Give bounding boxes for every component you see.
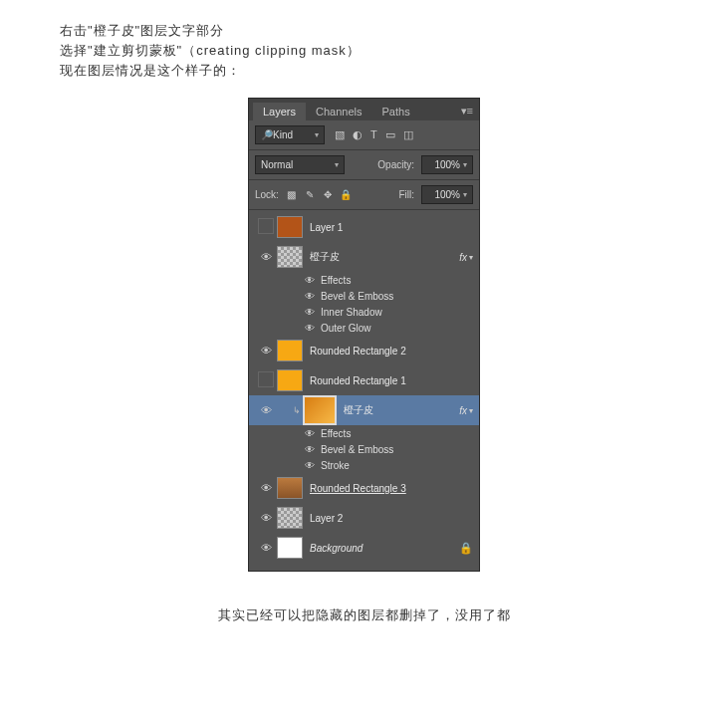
effect-name: Bevel & Emboss (321, 444, 393, 455)
layer-thumbnail[interactable] (277, 507, 303, 529)
visibility-toggle[interactable]: 👁 (255, 482, 277, 494)
layer-thumbnail[interactable] (277, 246, 303, 268)
layer-thumbnail[interactable] (277, 537, 303, 559)
filter-pixel-icon[interactable]: ▧ (335, 128, 345, 141)
layer-name[interactable]: Rounded Rectangle 1 (310, 375, 406, 386)
layer-row[interactable]: 👁橙子皮fx▾ (249, 242, 479, 272)
layer-thumbnail[interactable] (277, 477, 303, 499)
effect-visibility-toggle[interactable]: 👁 (299, 275, 321, 286)
tab-paths[interactable]: Paths (372, 103, 420, 120)
visibility-toggle[interactable]: 👁 (255, 251, 277, 263)
lock-pixels-icon[interactable]: ✎ (304, 189, 316, 200)
tab-layers[interactable]: Layers (253, 103, 306, 120)
outro-text: 其实已经可以把隐藏的图层都删掉了，没用了都 (60, 606, 668, 624)
effect-visibility-toggle[interactable]: 👁 (299, 323, 321, 334)
effect-row[interactable]: 👁Stroke (249, 457, 479, 473)
effect-name: Bevel & Emboss (321, 291, 393, 302)
fill-input[interactable]: 100%▾ (421, 185, 473, 204)
fx-collapse-icon[interactable]: ▾ (469, 253, 473, 262)
effect-row[interactable]: 👁Outer Glow (249, 320, 479, 336)
effect-name: Outer Glow (321, 323, 371, 334)
filter-shape-icon[interactable]: ▭ (385, 128, 395, 141)
effect-row[interactable]: 👁Bevel & Emboss (249, 441, 479, 457)
layer-name[interactable]: 橙子皮 (344, 403, 373, 417)
layer-row[interactable]: Layer 1 (249, 212, 479, 242)
effect-name: Stroke (321, 460, 350, 471)
effect-visibility-toggle[interactable]: 👁 (299, 444, 321, 455)
fill-label: Fill: (398, 189, 414, 200)
layer-row[interactable]: 👁Background🔒 (249, 533, 479, 563)
intro-line-2: 选择"建立剪切蒙板"（creating clipping mask） (60, 42, 668, 60)
lock-all-icon[interactable]: 🔒 (340, 189, 352, 200)
filter-smart-icon[interactable]: ◫ (403, 128, 413, 141)
fx-badge[interactable]: fx (459, 405, 467, 416)
filter-kind-dropdown[interactable]: 🔎Kind▾ (255, 125, 325, 144)
effect-visibility-toggle[interactable]: 👁 (299, 307, 321, 318)
layer-name[interactable]: Layer 2 (310, 513, 343, 524)
effect-row[interactable]: 👁Bevel & Emboss (249, 288, 479, 304)
layer-row[interactable]: 👁Rounded Rectangle 2 (249, 336, 479, 365)
opacity-label: Opacity: (377, 159, 414, 170)
intro-line-3: 现在图层情况是这个样子的： (60, 62, 668, 80)
layer-name[interactable]: 橙子皮 (310, 250, 340, 264)
effect-visibility-toggle[interactable]: 👁 (299, 291, 321, 302)
fx-collapse-icon[interactable]: ▾ (469, 406, 473, 415)
effect-row[interactable]: 👁Inner Shadow (249, 304, 479, 320)
blend-mode-dropdown[interactable]: Normal▾ (255, 155, 345, 174)
effect-visibility-toggle[interactable]: 👁 (299, 428, 321, 439)
layer-name[interactable]: Rounded Rectangle 3 (310, 483, 406, 494)
effect-name: Effects (321, 428, 351, 439)
layer-thumbnail[interactable] (303, 395, 337, 425)
effect-name: Effects (321, 275, 351, 286)
opacity-input[interactable]: 100%▾ (421, 155, 473, 174)
layer-thumbnail[interactable] (277, 369, 303, 391)
intro-line-1: 右击"橙子皮"图层文字部分 (60, 22, 668, 40)
visibility-toggle[interactable] (255, 218, 277, 236)
clip-indicator-icon: ↳ (293, 405, 301, 415)
layers-panel: Layers Channels Paths ▾≡ 🔎Kind▾ ▧ ◐ T ▭ … (248, 98, 480, 572)
visibility-toggle[interactable]: 👁 (255, 404, 277, 416)
filter-adjust-icon[interactable]: ◐ (353, 128, 363, 141)
filter-type-icon[interactable]: T (370, 128, 377, 141)
lock-label: Lock: (255, 189, 279, 200)
effect-name: Inner Shadow (321, 307, 382, 318)
lock-position-icon[interactable]: ✥ (322, 189, 334, 200)
lock-icon: 🔒 (459, 542, 473, 555)
layer-name[interactable]: Rounded Rectangle 2 (310, 346, 406, 357)
layer-name[interactable]: Layer 1 (310, 222, 343, 233)
visibility-toggle[interactable]: 👁 (255, 512, 277, 524)
visibility-toggle[interactable] (255, 371, 277, 389)
visibility-toggle[interactable]: 👁 (255, 542, 277, 554)
layer-name[interactable]: Background (310, 543, 363, 554)
layer-row[interactable]: 👁Layer 2 (249, 503, 479, 533)
panel-menu-icon[interactable]: ▾≡ (455, 102, 479, 120)
effect-row[interactable]: 👁Effects (249, 272, 479, 288)
fx-badge[interactable]: fx (459, 252, 467, 263)
lock-transparency-icon[interactable]: ▩ (286, 189, 298, 200)
layer-row[interactable]: Rounded Rectangle 1 (249, 365, 479, 395)
effect-visibility-toggle[interactable]: 👁 (299, 460, 321, 471)
effect-row[interactable]: 👁Effects (249, 425, 479, 441)
layer-thumbnail[interactable] (277, 216, 303, 238)
tab-channels[interactable]: Channels (306, 103, 371, 120)
layer-row[interactable]: 👁↳橙子皮fx▾ (249, 395, 479, 425)
visibility-toggle[interactable]: 👁 (255, 345, 277, 357)
layer-thumbnail[interactable] (277, 340, 303, 361)
layer-row[interactable]: 👁Rounded Rectangle 3 (249, 473, 479, 503)
